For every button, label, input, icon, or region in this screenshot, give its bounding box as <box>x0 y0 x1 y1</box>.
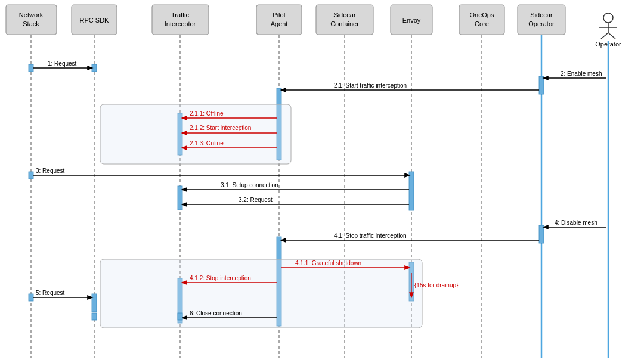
svg-text:Interceptor: Interceptor <box>165 20 196 27</box>
label-21-start-interception: 2.1: Start traffic interception <box>334 82 407 89</box>
activation-oc-2 <box>539 76 544 94</box>
activation-ti-6 <box>178 313 182 320</box>
operator-leg-right-icon <box>608 33 615 39</box>
actor-sidecar-operator-label: Sidecar <box>530 11 553 18</box>
label-213-online: 2.1.3: Online <box>190 140 224 147</box>
operator-leg-left-icon <box>601 33 608 39</box>
actor-oneops-core <box>459 5 504 35</box>
svg-text:Agent: Agent <box>271 20 288 27</box>
label-411-graceful-shutdown: 4.1.1: Graceful shutdown <box>295 260 361 266</box>
label-41-stop-interception: 4.1: Stop traffic interception <box>334 232 407 239</box>
label-4-disable-mesh: 4: Disable mesh <box>555 219 597 226</box>
label-3-request: 3: Request <box>36 167 65 174</box>
actor-network-stack <box>6 5 57 35</box>
actor-traffic-interceptor <box>152 5 209 35</box>
activation-ns-3 <box>29 172 33 179</box>
label-211-offline: 2.1.1: Offline <box>190 110 224 117</box>
label-32-request: 3.2: Request <box>239 197 273 203</box>
actor-traffic-interceptor-label: Traffic <box>171 11 189 18</box>
actor-sidecar-operator <box>518 5 565 35</box>
activation-ti-3 <box>178 186 182 210</box>
activation-ns-1 <box>29 64 33 72</box>
actor-oneops-core-label: OneOps <box>470 11 494 18</box>
actor-pilot-agent-label: Pilot <box>273 11 285 18</box>
label-31-setup-connection: 3.1: Setup connection <box>221 182 278 188</box>
label-6-close-connection: 6: Close connection <box>190 310 242 317</box>
activation-envoy-3 <box>409 172 414 210</box>
svg-text:Stack: Stack <box>23 20 39 27</box>
label-5-request: 5: Request <box>36 290 65 296</box>
actor-sidecar-container-label: Sidecar <box>333 11 356 18</box>
actor-envoy-label: Envoy <box>402 17 421 24</box>
activation-rpc-1 <box>92 64 97 72</box>
label-212-start-interception: 2.1.2: Start interception <box>190 125 251 131</box>
activation-oc-4 <box>539 225 544 243</box>
operator-head-icon <box>603 13 613 23</box>
label-1-request: 1: Request <box>48 60 77 67</box>
svg-text:Container: Container <box>330 20 359 27</box>
activation-ns-5 <box>29 294 33 301</box>
label-2-enable-mesh: 2: Enable mesh <box>561 70 602 77</box>
activation-rpc-5 <box>92 294 97 312</box>
actor-pilot-agent <box>256 5 302 35</box>
actor-network-stack-label: Network <box>19 11 44 18</box>
actor-sidecar-container <box>316 5 373 35</box>
actor-rpc-sdk-label: RPC SDK <box>80 17 110 24</box>
label-412-stop-interception: 4.1.2: Stop interception <box>190 275 251 281</box>
label-drainup: {15s for drainup} <box>414 282 459 288</box>
svg-text:Operator: Operator <box>528 20 555 27</box>
svg-text:Core: Core <box>475 20 489 27</box>
sequence-diagram: Network Stack RPC SDK Traffic Intercepto… <box>0 0 644 363</box>
activation-rpc-6 <box>92 313 97 320</box>
